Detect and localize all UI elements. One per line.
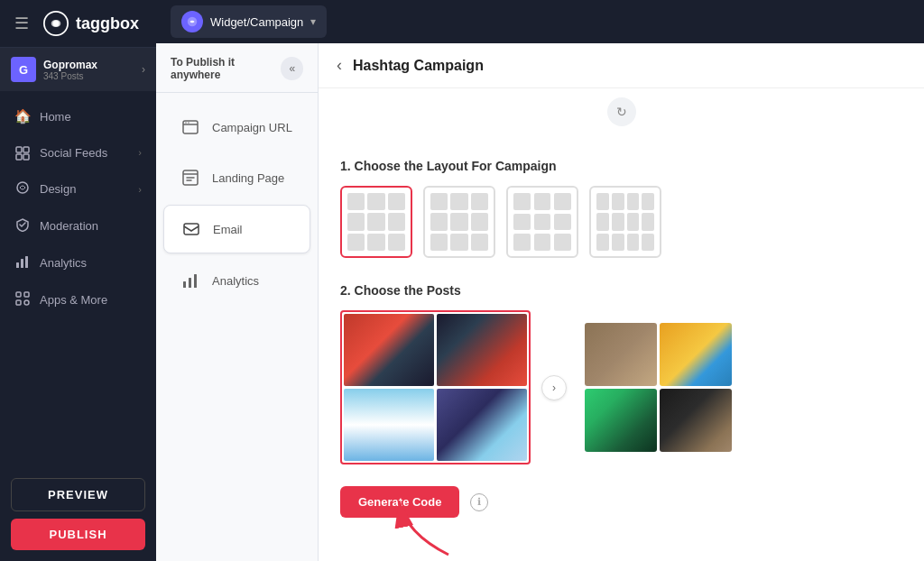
layout-cell	[612, 193, 624, 210]
layout-option-4[interactable]	[589, 186, 661, 258]
home-icon: 🏠	[14, 108, 31, 124]
layout-cell	[642, 234, 654, 251]
layout-options	[340, 186, 902, 258]
sidebar-item-social-feeds[interactable]: Social Feeds ›	[0, 134, 156, 170]
svg-point-1	[53, 21, 60, 27]
hamburger-icon[interactable]: ☰	[14, 14, 29, 33]
top-bar: Widget/Campaign ▾	[156, 0, 924, 43]
post-image-4[interactable]	[437, 389, 527, 461]
panel-collapse-button[interactable]: «	[281, 57, 303, 80]
social-feeds-icon	[14, 144, 31, 161]
design-icon	[14, 180, 31, 198]
right-content: ‹ Hashtag Campaign ↻ 1. Choose the Layou…	[319, 43, 924, 561]
svg-point-13	[24, 300, 29, 305]
sidebar-item-apps-more[interactable]: Apps & More	[0, 281, 156, 318]
posts-grid-wrapper: ›	[340, 310, 902, 464]
main-area: Widget/Campaign ▾ To Publish it anywhere…	[156, 0, 924, 561]
right-post-image-4[interactable]	[660, 389, 732, 452]
panel-menu-item-email[interactable]: Email	[163, 205, 310, 253]
layout-cell	[612, 234, 624, 251]
layout-cell	[642, 193, 654, 210]
section2-title: 2. Choose the Posts	[340, 283, 902, 298]
panel-menu-item-analytics[interactable]: Analytics	[163, 257, 310, 304]
layout-cell	[612, 213, 624, 230]
red-arrow-svg	[394, 496, 467, 559]
sidebar-item-analytics[interactable]: Analytics	[0, 244, 156, 281]
layout-cell	[367, 213, 384, 230]
svg-rect-10	[16, 292, 21, 297]
layout-cell	[627, 193, 640, 210]
svg-rect-4	[16, 154, 22, 160]
svg-rect-17	[184, 224, 199, 235]
taggbox-logo-icon	[43, 11, 69, 36]
panel-menu-item-landing-page[interactable]: Landing Page	[163, 154, 310, 201]
user-posts: 343 Posts	[43, 71, 142, 81]
right-post-image-2[interactable]	[660, 323, 732, 386]
page-header: ‹ Hashtag Campaign	[319, 43, 924, 88]
layout-cell	[388, 213, 405, 230]
layout-option-2[interactable]	[423, 186, 495, 258]
layout-option-1[interactable]	[340, 186, 412, 258]
back-button[interactable]: ‹	[337, 56, 342, 75]
layout-cell	[534, 193, 551, 210]
campaign-label: Widget/Campaign	[210, 15, 303, 29]
layout-cell	[347, 234, 365, 251]
layout-cell	[513, 214, 531, 231]
scroll-indicator: ↻	[319, 88, 924, 141]
svg-rect-3	[23, 147, 29, 152]
social-feeds-expand-icon: ›	[138, 147, 142, 158]
svg-rect-7	[16, 262, 19, 268]
sidebar-item-label: Apps & More	[40, 293, 142, 307]
content-body: 1. Choose the Layout For Campaign	[319, 141, 924, 536]
publish-button[interactable]: PUBLISH	[11, 519, 145, 550]
user-info: Gopromax 343 Posts	[43, 59, 142, 81]
layout-cell	[347, 213, 365, 230]
user-avatar: G	[11, 57, 36, 82]
layout-cell	[642, 213, 654, 230]
user-chevron-icon: ›	[142, 63, 145, 76]
svg-rect-19	[189, 278, 191, 288]
next-posts-button[interactable]: ›	[541, 375, 567, 400]
layout-cell	[367, 234, 384, 251]
user-section[interactable]: G Gopromax 343 Posts ›	[0, 48, 156, 91]
layout-cell	[596, 213, 609, 230]
generate-section: Generate Code ℹ	[340, 486, 902, 518]
user-name: Gopromax	[43, 59, 142, 71]
email-icon	[179, 216, 204, 242]
right-post-image-3[interactable]	[585, 389, 657, 452]
layout-cell	[430, 193, 448, 210]
panel-menu: Campaign URL Landing Page	[156, 93, 318, 315]
info-icon[interactable]: ℹ	[470, 493, 488, 511]
layout-cell	[430, 213, 448, 230]
layout-cell	[471, 193, 488, 210]
sidebar-item-moderation[interactable]: Moderation	[0, 207, 156, 244]
layout-option-3[interactable]	[506, 186, 578, 258]
svg-rect-18	[183, 281, 186, 288]
campaign-selector[interactable]: Widget/Campaign ▾	[171, 5, 327, 38]
svg-rect-12	[16, 300, 21, 305]
moderation-icon	[14, 217, 31, 235]
panel-publish-title: To Publish it anywhere	[171, 56, 281, 81]
layout-cell	[596, 193, 609, 210]
preview-button[interactable]: PREVIEW	[11, 478, 145, 511]
layout-cell	[388, 234, 405, 251]
post-image-2[interactable]	[437, 314, 527, 386]
content-wrapper: To Publish it anywhere « Campaign URL	[156, 43, 924, 561]
panel-menu-label: Landing Page	[212, 171, 284, 185]
right-post-image-1[interactable]	[585, 323, 657, 386]
panel-menu-item-campaign-url[interactable]: Campaign URL	[163, 104, 310, 151]
layout-cell	[554, 193, 571, 210]
svg-rect-11	[24, 292, 29, 297]
post-image-1[interactable]	[344, 314, 434, 386]
sidebar-item-design[interactable]: Design ›	[0, 170, 156, 207]
sidebar-item-home[interactable]: 🏠 Home	[0, 98, 156, 134]
post-image-3[interactable]	[344, 389, 434, 461]
layout-cell	[471, 213, 488, 230]
panel-header-row: To Publish it anywhere «	[156, 43, 318, 93]
layout-cell	[471, 234, 488, 251]
campaign-chevron-icon: ▾	[310, 15, 316, 28]
layout-cell	[513, 193, 531, 210]
layout-cell	[430, 234, 448, 251]
left-panel: To Publish it anywhere « Campaign URL	[156, 43, 319, 561]
layout-cell	[388, 193, 405, 210]
